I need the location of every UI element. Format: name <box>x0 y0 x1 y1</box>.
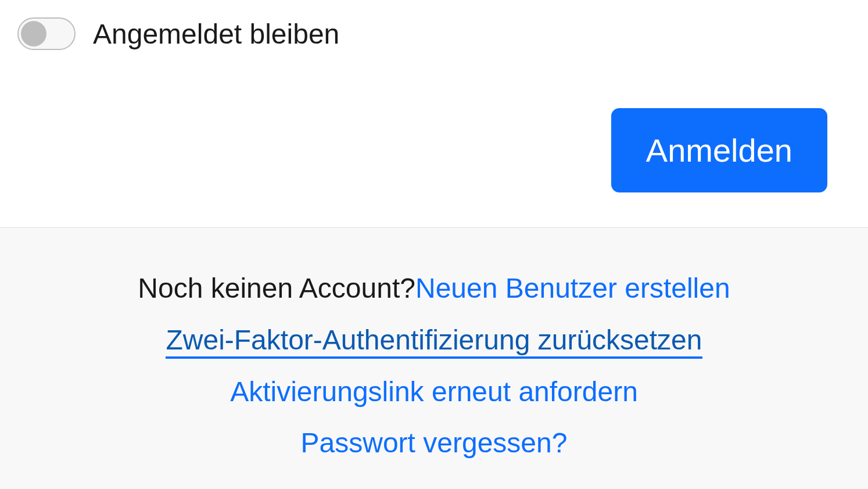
login-form-section: Angemeldet bleiben Anmelden <box>0 0 868 227</box>
forgot-password-line: Passwort vergessen? <box>17 417 851 469</box>
resend-activation-link[interactable]: Aktivierungslink erneut anfordern <box>230 376 638 407</box>
create-account-line: Noch keinen Account?Neuen Benutzer erste… <box>17 263 851 315</box>
stay-logged-in-row: Angemeldet bleiben <box>17 17 851 50</box>
stay-logged-in-label: Angemeldet bleiben <box>93 18 339 50</box>
footer-links-section: Noch keinen Account?Neuen Benutzer erste… <box>0 227 868 489</box>
resend-activation-line: Aktivierungslink erneut anfordern <box>17 366 851 418</box>
create-user-link[interactable]: Neuen Benutzer erstellen <box>415 273 730 304</box>
no-account-text: Noch keinen Account? <box>138 273 415 304</box>
submit-row: Anmelden <box>17 108 851 192</box>
reset-2fa-line: Zwei-Faktor-Authentifizierung zurücksetz… <box>17 315 851 366</box>
toggle-knob-icon <box>21 21 46 47</box>
stay-logged-in-toggle[interactable] <box>17 17 76 50</box>
login-button[interactable]: Anmelden <box>611 108 827 192</box>
reset-2fa-link[interactable]: Zwei-Faktor-Authentifizierung zurücksetz… <box>166 324 702 359</box>
forgot-password-link[interactable]: Passwort vergessen? <box>301 427 568 458</box>
